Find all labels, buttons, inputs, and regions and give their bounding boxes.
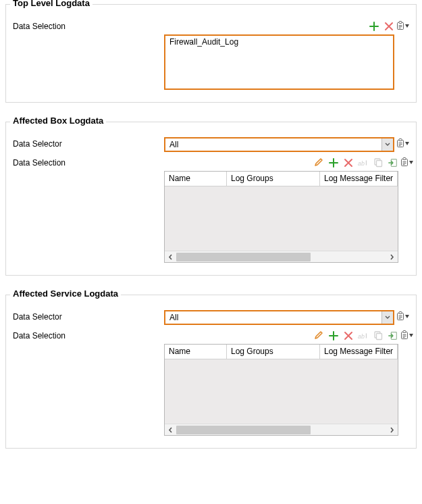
label-box-data-selector: Data Selector	[13, 137, 164, 149]
col-name[interactable]: Name	[165, 345, 227, 359]
svg-text:ab: ab	[358, 160, 365, 167]
col-log-msg[interactable]: Log Message Filter	[320, 345, 398, 359]
service-data-selector-value: All	[165, 312, 381, 323]
svg-text:ab: ab	[358, 333, 365, 340]
import-icon[interactable]	[388, 157, 398, 168]
rename-icon: ab	[358, 157, 369, 168]
col-log-groups[interactable]: Log Groups	[227, 345, 320, 359]
label-top-data-selection: Data Selection	[13, 20, 164, 31]
chevron-down-icon[interactable]	[381, 311, 393, 324]
edit-icon[interactable]	[313, 330, 324, 341]
add-icon[interactable]	[369, 21, 379, 32]
copy-icon	[373, 330, 384, 341]
service-data-selection-grid[interactable]: Name Log Groups Log Message Filter	[164, 344, 398, 436]
add-icon[interactable]	[328, 330, 339, 341]
svg-rect-9	[403, 158, 406, 160]
scroll-track[interactable]	[176, 424, 386, 435]
clipboard-menu-icon[interactable]	[396, 21, 409, 30]
label-service-data-selection: Data Selection	[13, 329, 164, 341]
clipboard-menu-icon[interactable]	[400, 157, 413, 167]
delete-icon[interactable]	[343, 330, 354, 341]
svg-rect-1	[399, 22, 402, 24]
box-data-selection-grid[interactable]: Name Log Groups Log Message Filter	[164, 171, 398, 263]
top-data-selection-list[interactable]: Firewall_Audit_Log	[164, 34, 394, 90]
rename-icon: ab	[358, 330, 369, 341]
legend-top-level-logdata: Top Level Logdata	[10, 0, 93, 8]
hscrollbar[interactable]	[165, 251, 398, 262]
scroll-thumb[interactable]	[176, 426, 311, 434]
label-box-data-selection: Data Selection	[13, 156, 164, 168]
clipboard-menu-icon[interactable]	[396, 138, 409, 148]
edit-icon[interactable]	[313, 157, 324, 168]
fieldset-affected-box-logdata: Affected Box Logdata Data Selector All	[5, 122, 417, 276]
svg-rect-17	[403, 331, 406, 333]
scroll-right-icon[interactable]	[386, 251, 398, 263]
chevron-down-icon[interactable]	[381, 138, 393, 151]
scroll-left-icon[interactable]	[165, 251, 176, 263]
legend-affected-box-logdata: Affected Box Logdata	[10, 116, 106, 126]
table-body	[165, 186, 398, 251]
copy-icon	[373, 157, 384, 168]
list-item[interactable]: Firewall_Audit_Log	[165, 36, 393, 48]
scroll-right-icon[interactable]	[386, 424, 398, 436]
clipboard-menu-icon[interactable]	[396, 311, 409, 321]
box-data-selector-dropdown[interactable]: All	[164, 137, 394, 152]
svg-rect-11	[399, 312, 402, 314]
scroll-track[interactable]	[176, 251, 386, 262]
label-service-data-selector: Data Selector	[13, 310, 164, 322]
col-name[interactable]: Name	[165, 172, 227, 186]
box-data-selector-value: All	[165, 139, 381, 150]
scroll-left-icon[interactable]	[165, 424, 176, 436]
table-body	[165, 359, 398, 424]
svg-rect-3	[399, 139, 402, 141]
fieldset-top-level-logdata: Top Level Logdata Data Selection Firewal…	[5, 4, 417, 103]
service-data-selector-dropdown[interactable]: All	[164, 310, 394, 325]
col-log-msg[interactable]: Log Message Filter	[320, 172, 398, 186]
add-icon[interactable]	[328, 157, 339, 168]
table-header: Name Log Groups Log Message Filter	[165, 172, 398, 186]
scroll-thumb[interactable]	[176, 253, 311, 261]
delete-icon[interactable]	[384, 21, 394, 32]
hscrollbar[interactable]	[165, 424, 398, 435]
col-log-groups[interactable]: Log Groups	[227, 172, 320, 186]
delete-icon[interactable]	[343, 157, 354, 168]
svg-rect-14	[377, 334, 382, 340]
fieldset-affected-service-logdata: Affected Service Logdata Data Selector A…	[5, 295, 417, 449]
table-header: Name Log Groups Log Message Filter	[165, 345, 398, 359]
import-icon[interactable]	[388, 330, 398, 341]
clipboard-menu-icon[interactable]	[400, 330, 413, 340]
legend-affected-service-logdata: Affected Service Logdata	[10, 288, 121, 299]
svg-rect-6	[377, 161, 382, 167]
